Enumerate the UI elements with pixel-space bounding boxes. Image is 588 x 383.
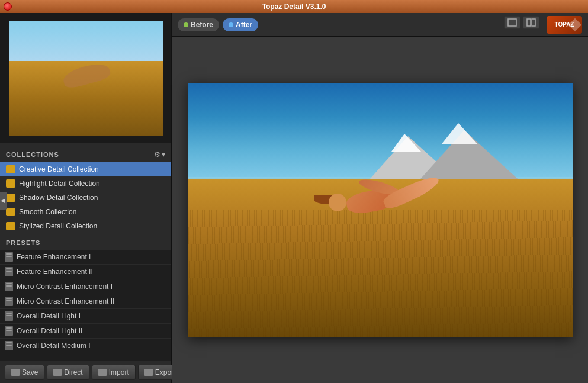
preset-file-icon [5, 297, 13, 306]
collection-folder-icon [6, 222, 15, 230]
main-layout: COLLECTIONS ⚙ ▾ Creative Detail Collecti… [0, 13, 588, 383]
after-indicator-dot [229, 22, 233, 27]
import-label: Import [109, 368, 129, 376]
preset-file-icon [5, 341, 13, 350]
preset-item-fe2[interactable]: Feature Enhancement II [0, 265, 171, 279]
svg-rect-1 [527, 19, 531, 26]
save-label: Save [22, 368, 38, 376]
single-view-button[interactable] [504, 16, 520, 29]
collection-item-label: Creative Detail Collection [19, 165, 99, 173]
app-title: Topaz Detail V3.1.0 [262, 2, 326, 11]
svg-rect-2 [532, 19, 535, 26]
image-snow-right [442, 123, 477, 144]
preset-item-odl1[interactable]: Overall Detail Light I [0, 309, 171, 324]
preset-file-icon [5, 282, 13, 291]
preset-item-label: Overall Detail Light I [17, 312, 81, 320]
topaz-logo-box: TOPAZ [547, 16, 582, 34]
thumbnail-area [0, 13, 171, 143]
export-icon [144, 369, 153, 376]
gear-icon: ⚙ [154, 150, 160, 159]
preset-item-label: Micro Contrast Enhancement II [17, 297, 114, 305]
presets-list[interactable]: Feature Enhancement I Feature Enhancemen… [0, 250, 171, 361]
thumb-sky [9, 21, 163, 65]
direct-button[interactable]: Direct [47, 365, 89, 380]
import-icon [98, 369, 107, 376]
collapse-arrow-icon: ◀ [1, 197, 5, 204]
image-snow-left [391, 134, 421, 152]
view-layout-buttons: TOPAZ [504, 16, 582, 34]
right-panel: Before After [172, 13, 588, 383]
chevron-down-icon: ▾ [162, 150, 165, 159]
preset-item-label: Feature Enhancement I [17, 253, 91, 261]
preset-item-label: Overall Detail Light II [17, 327, 82, 335]
collection-folder-icon [6, 165, 15, 173]
collection-item-label: Stylized Detail Collection [19, 222, 97, 230]
save-icon [11, 369, 20, 376]
preset-item-label: Micro Contrast Enhancement I [17, 282, 113, 291]
topaz-logo: TOPAZ [547, 16, 582, 34]
import-button[interactable]: Import [92, 365, 136, 380]
collection-item-label: Smooth Collection [19, 208, 76, 216]
preset-file-icon [5, 267, 13, 276]
preset-item-odm1[interactable]: Overall Detail Medium I [0, 339, 171, 353]
collections-header: COLLECTIONS ⚙ ▾ [0, 148, 171, 162]
before-indicator-dot [184, 22, 188, 27]
collection-item-label: Highlight Detail Collection [19, 179, 100, 188]
collection-item-creative[interactable]: Creative Detail Collection [0, 162, 171, 176]
top-toolbar: Before After [172, 13, 588, 37]
split-view-button[interactable] [523, 16, 539, 29]
preset-file-icon [5, 252, 13, 262]
svg-rect-0 [508, 19, 516, 26]
collection-folder-icon [6, 179, 15, 188]
left-panel: COLLECTIONS ⚙ ▾ Creative Detail Collecti… [0, 13, 172, 383]
before-toggle[interactable]: Before [178, 18, 219, 31]
collections-title: COLLECTIONS [6, 151, 59, 158]
after-label: After [236, 21, 252, 29]
main-preview-image [188, 83, 573, 337]
topaz-logo-text: TOPAZ [555, 21, 574, 28]
after-toggle[interactable]: After [223, 18, 258, 31]
preset-item-mce2[interactable]: Micro Contrast Enhancement II [0, 294, 171, 309]
preset-item-fe1[interactable]: Feature Enhancement I [0, 250, 171, 265]
collection-item-label: Shadow Detail Collection [19, 194, 98, 202]
image-figure [311, 185, 441, 220]
title-bar: Topaz Detail V3.1.0 [0, 0, 588, 13]
presets-title: PRESETS [0, 236, 171, 250]
single-view-icon [507, 18, 517, 27]
preset-item-label: Overall Detail Medium I [17, 342, 91, 350]
preview-area [172, 37, 588, 383]
split-view-icon [526, 18, 536, 27]
close-button[interactable] [4, 2, 12, 11]
preset-item-mce1[interactable]: Micro Contrast Enhancement I [0, 279, 171, 294]
collapse-panel-tab[interactable]: ◀ [0, 192, 7, 210]
save-button[interactable]: Save [5, 365, 44, 380]
figure-head [329, 194, 346, 211]
thumbnail-image [9, 21, 163, 136]
collection-folder-icon [6, 208, 15, 216]
collection-folder-icon [6, 194, 15, 202]
image-field-grass [188, 210, 573, 337]
before-label: Before [191, 21, 213, 29]
collection-item-smooth[interactable]: Smooth Collection [0, 205, 171, 219]
collection-item-highlight[interactable]: Highlight Detail Collection [0, 176, 171, 191]
direct-label: Direct [64, 368, 82, 376]
presets-section: PRESETS Feature Enhancement I Feature En… [0, 236, 171, 361]
bottom-buttons: Save Direct Import Export [0, 361, 171, 383]
collections-settings-button[interactable]: ⚙ ▾ [154, 150, 165, 159]
collections-section: COLLECTIONS ⚙ ▾ Creative Detail Collecti… [0, 143, 171, 236]
collection-item-shadow[interactable]: Shadow Detail Collection [0, 191, 171, 205]
preset-item-odl2[interactable]: Overall Detail Light II [0, 324, 171, 339]
collection-item-stylized[interactable]: Stylized Detail Collection [0, 219, 171, 233]
preset-item-label: Feature Enhancement II [17, 268, 93, 276]
preset-file-icon [5, 311, 13, 321]
direct-icon [53, 369, 62, 376]
preset-file-icon [5, 326, 13, 336]
